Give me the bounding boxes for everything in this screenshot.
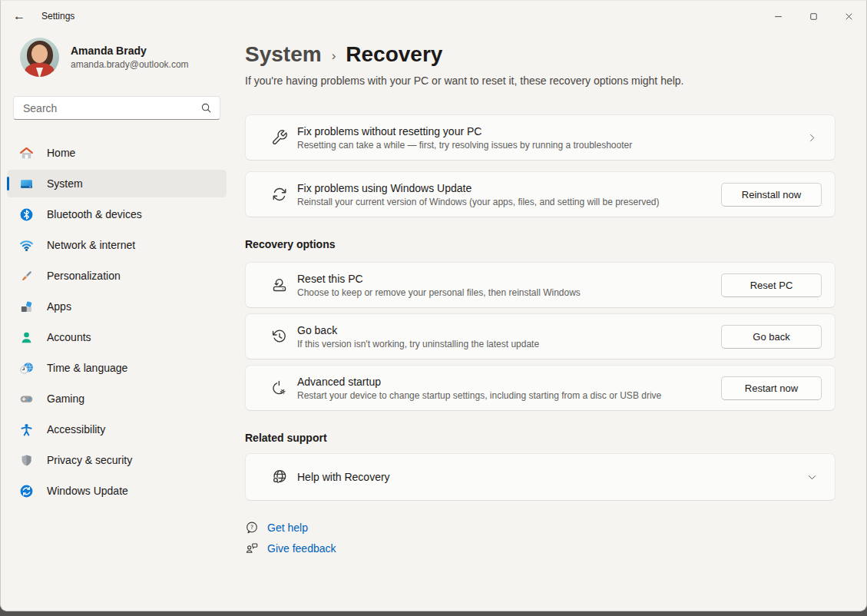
sidebar-item-windows-update[interactable]: Windows Update xyxy=(7,477,227,505)
page-description: If you're having problems with your PC o… xyxy=(245,75,836,87)
minimize-button[interactable] xyxy=(760,1,796,31)
network-icon xyxy=(19,238,34,253)
reset-pc-button[interactable]: Reset PC xyxy=(721,273,822,297)
close-button[interactable] xyxy=(831,1,866,31)
footer-links: ? Get help Give feedback xyxy=(245,521,836,555)
globe-search-icon xyxy=(271,469,288,485)
sidebar-item-label: Privacy & security xyxy=(47,454,132,466)
sidebar-item-label: Windows Update xyxy=(47,485,128,497)
card-go-back: Go back If this version isn't working, t… xyxy=(245,313,836,359)
close-icon xyxy=(843,11,855,22)
reinstall-now-button[interactable]: Reinstall now xyxy=(721,183,822,207)
titlebar: ← Settings xyxy=(1,1,866,31)
top-cards: Fix problems without resetting your PC R… xyxy=(245,114,836,217)
help-bubble-icon: ? xyxy=(245,521,259,535)
privacy-icon xyxy=(19,453,34,468)
card-title: Fix problems using Windows Update xyxy=(297,182,721,194)
home-icon xyxy=(19,146,34,161)
sidebar-item-home[interactable]: Home xyxy=(7,139,227,167)
chevron-right-icon xyxy=(806,132,818,144)
card-description: Choose to keep or remove your personal f… xyxy=(297,287,721,298)
sidebar-item-time-language[interactable]: Time & language xyxy=(7,354,227,382)
card-title: Advanced startup xyxy=(297,376,721,388)
breadcrumb-parent[interactable]: System xyxy=(245,42,322,67)
card-help-with-recovery[interactable]: Help with Recovery xyxy=(245,453,836,501)
sidebar-item-label: Accessibility xyxy=(47,423,105,436)
main-content: System › Recovery If you're having probl… xyxy=(245,31,866,611)
card-reset-this-pc: Reset this PC Choose to keep or remove y… xyxy=(245,262,836,308)
go-back-button[interactable]: Go back xyxy=(721,325,822,349)
sidebar: Amanda Brady amanda.brady@outlook.com Ho… xyxy=(1,31,233,611)
wrench-icon xyxy=(271,129,288,146)
feedback-icon xyxy=(245,541,259,555)
card-title: Reset this PC xyxy=(297,273,721,285)
card-fix-windows-update: Fix problems using Windows Update Reinst… xyxy=(245,171,836,217)
card-description: Restart your device to change startup se… xyxy=(297,390,721,401)
page-title: Recovery xyxy=(346,42,442,67)
sidebar-item-network[interactable]: Network & internet xyxy=(7,231,227,259)
get-help-link[interactable]: ? Get help xyxy=(245,521,308,535)
settings-window: ← Settings Amanda Brady amanda.brady@out… xyxy=(0,0,867,611)
card-title: Go back xyxy=(297,324,721,336)
maximize-icon xyxy=(808,11,819,22)
sidebar-item-personalization[interactable]: Personalization xyxy=(7,262,227,290)
give-feedback-link[interactable]: Give feedback xyxy=(245,541,336,555)
breadcrumb-chevron-icon: › xyxy=(332,48,336,64)
personalization-icon xyxy=(19,269,34,283)
bluetooth-icon xyxy=(19,207,34,222)
svg-text:?: ? xyxy=(250,524,253,531)
window-controls xyxy=(760,1,866,31)
avatar xyxy=(20,38,59,77)
sidebar-item-label: Gaming xyxy=(47,392,84,405)
reset-pc-icon xyxy=(271,277,288,293)
accounts-icon xyxy=(19,330,34,345)
card-description: Reinstall your current version of Window… xyxy=(297,197,721,207)
sync-icon xyxy=(271,186,288,203)
card-title: Help with Recovery xyxy=(297,471,806,483)
apps-icon xyxy=(19,300,34,314)
sidebar-item-label: System xyxy=(47,177,83,190)
section-heading-related-support: Related support xyxy=(245,432,836,444)
restart-now-button[interactable]: Restart now xyxy=(721,376,822,400)
recovery-options-group: Reset this PC Choose to keep or remove y… xyxy=(245,262,836,411)
footer-link-label: Give feedback xyxy=(267,542,336,555)
chevron-down-icon xyxy=(806,472,818,483)
sidebar-item-accounts[interactable]: Accounts xyxy=(7,323,227,351)
history-icon xyxy=(271,328,288,345)
card-description: Resetting can take a while — first, try … xyxy=(297,140,806,151)
windows-update-icon xyxy=(19,484,34,498)
sidebar-item-gaming[interactable]: Gaming xyxy=(7,385,227,412)
sidebar-item-system[interactable]: System xyxy=(7,170,227,197)
maximize-button[interactable] xyxy=(796,1,831,31)
search-icon xyxy=(200,102,212,114)
sidebar-item-label: Personalization xyxy=(47,270,121,282)
sidebar-item-bluetooth[interactable]: Bluetooth & devices xyxy=(7,200,227,228)
gaming-icon xyxy=(19,392,34,406)
system-icon xyxy=(19,177,34,191)
sidebar-item-label: Network & internet xyxy=(47,239,135,251)
card-fix-without-resetting[interactable]: Fix problems without resetting your PC R… xyxy=(245,114,836,161)
card-description: If this version isn't working, try unins… xyxy=(297,339,721,349)
search-input[interactable] xyxy=(23,102,200,114)
section-heading-recovery-options: Recovery options xyxy=(245,238,836,250)
sidebar-item-label: Apps xyxy=(47,300,71,313)
sidebar-item-privacy[interactable]: Privacy & security xyxy=(7,446,227,474)
sidebar-item-accessibility[interactable]: Accessibility xyxy=(7,416,227,443)
sidebar-item-apps[interactable]: Apps xyxy=(7,293,227,320)
footer-link-label: Get help xyxy=(267,522,308,534)
sidebar-nav: Home System Bluetooth & devices Network … xyxy=(1,139,233,505)
sidebar-item-label: Home xyxy=(47,147,75,159)
back-arrow-icon: ← xyxy=(13,9,25,23)
accessibility-icon xyxy=(19,422,34,437)
breadcrumb: System › Recovery xyxy=(245,42,836,67)
profile-card[interactable]: Amanda Brady amanda.brady@outlook.com xyxy=(20,38,220,77)
profile-name: Amanda Brady xyxy=(71,45,189,57)
search-box[interactable] xyxy=(13,96,220,120)
back-button[interactable]: ← xyxy=(5,3,34,29)
profile-email: amanda.brady@outlook.com xyxy=(71,59,189,70)
power-gear-icon xyxy=(271,379,288,396)
sidebar-item-label: Time & language xyxy=(47,362,127,374)
sidebar-item-label: Bluetooth & devices xyxy=(47,208,142,220)
minimize-icon xyxy=(773,11,784,22)
sidebar-item-label: Accounts xyxy=(47,331,91,343)
